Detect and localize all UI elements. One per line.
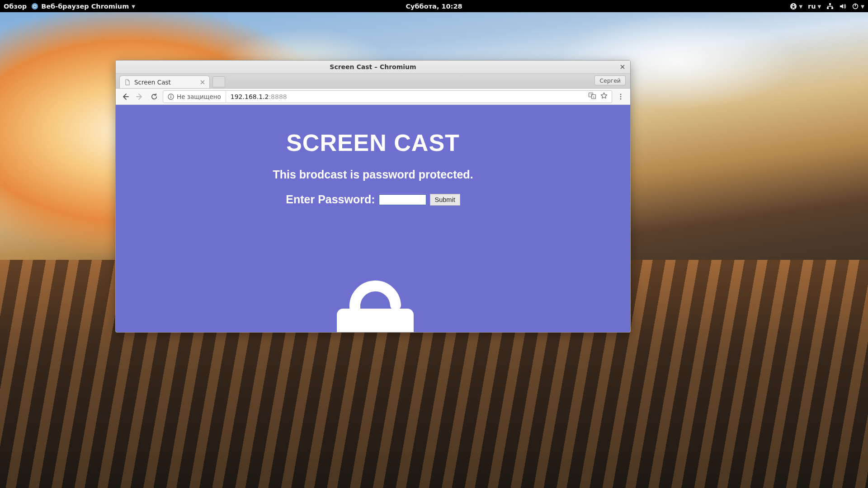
svg-point-2 [34,5,36,7]
tab-strip: Screen Cast Сергей [116,74,630,89]
close-icon [620,64,625,70]
submit-button[interactable]: Submit [430,194,460,206]
chevron-down-icon: ▼ [861,4,864,9]
svg-rect-12 [170,96,171,98]
tab-close-button[interactable] [200,79,205,86]
reload-button[interactable] [148,91,160,103]
svg-point-19 [620,98,622,99]
address-bar[interactable]: Не защищено 192.168.1.2:8888 文A [163,90,612,103]
file-icon [124,79,131,85]
kebab-icon [617,93,624,100]
clock[interactable]: Суббота, 10:28 [406,3,462,10]
translate-button[interactable]: 文A [588,92,596,102]
page-subheading: This brodcast is password protected. [116,168,630,181]
volume-icon[interactable] [839,3,846,10]
gnome-topbar: Обзор Веб-браузер Chromium ▼ Суббота, 10… [0,0,868,12]
browser-tab[interactable]: Screen Cast [119,75,210,88]
page-viewport: SCREEN CAST This brodcast is password pr… [116,105,630,332]
arrow-right-icon [136,93,144,101]
power-menu[interactable]: ▼ [852,3,864,10]
url-text: 192.168.1.2:8888 [226,93,585,100]
page-content: SCREEN CAST This brodcast is password pr… [116,105,630,332]
svg-rect-7 [831,7,833,9]
reload-icon [150,93,158,101]
tab-title: Screen Cast [134,79,171,86]
page-heading: SCREEN CAST [116,129,630,156]
arrow-left-icon [121,93,129,101]
bookmark-button[interactable] [600,92,608,102]
back-button[interactable] [119,91,131,103]
info-icon [168,94,174,100]
network-icon[interactable] [826,3,834,10]
app-menu[interactable]: Веб-браузер Chromium ▼ [31,3,135,10]
new-tab-button[interactable] [212,76,225,87]
window-titlebar[interactable]: Screen Cast – Chromium [116,61,630,74]
translate-icon: 文A [588,92,596,100]
password-input[interactable] [379,194,426,205]
svg-point-18 [620,96,622,97]
accessibility-menu[interactable]: ▼ [790,3,802,10]
svg-point-17 [620,94,622,95]
app-menu-label: Веб-браузер Chromium [41,3,129,10]
chromium-icon [31,3,38,10]
svg-rect-6 [827,7,829,9]
close-icon [200,80,205,84]
lock-icon [323,240,423,332]
browser-menu-button[interactable] [615,91,627,103]
svg-text:A: A [593,95,594,98]
password-form: Enter Password: Submit [116,193,630,206]
window-close-button[interactable] [618,63,627,71]
svg-rect-20 [337,309,414,332]
forward-button[interactable] [134,91,146,103]
activities-button[interactable]: Обзор [4,3,27,10]
star-icon [600,92,608,100]
chevron-down-icon: ▼ [132,4,135,9]
accessibility-icon [790,3,797,10]
browser-toolbar: Не защищено 192.168.1.2:8888 文A [116,89,630,105]
keyboard-layout-label: ru [808,3,816,10]
keyboard-layout[interactable]: ru ▼ [808,3,821,10]
password-label: Enter Password: [286,193,375,206]
browser-window: Screen Cast – Chromium Screen Cast Серге… [115,60,631,333]
security-indicator[interactable]: Не защищено [163,91,226,103]
profile-button[interactable]: Сергей [594,75,626,85]
svg-point-4 [793,4,794,5]
chevron-down-icon: ▼ [799,4,802,9]
window-title: Screen Cast – Chromium [330,63,416,70]
chevron-down-icon: ▼ [818,4,821,9]
security-label: Не защищено [177,93,221,100]
svg-rect-5 [829,3,831,5]
svg-point-11 [170,95,171,96]
power-icon [852,3,859,10]
